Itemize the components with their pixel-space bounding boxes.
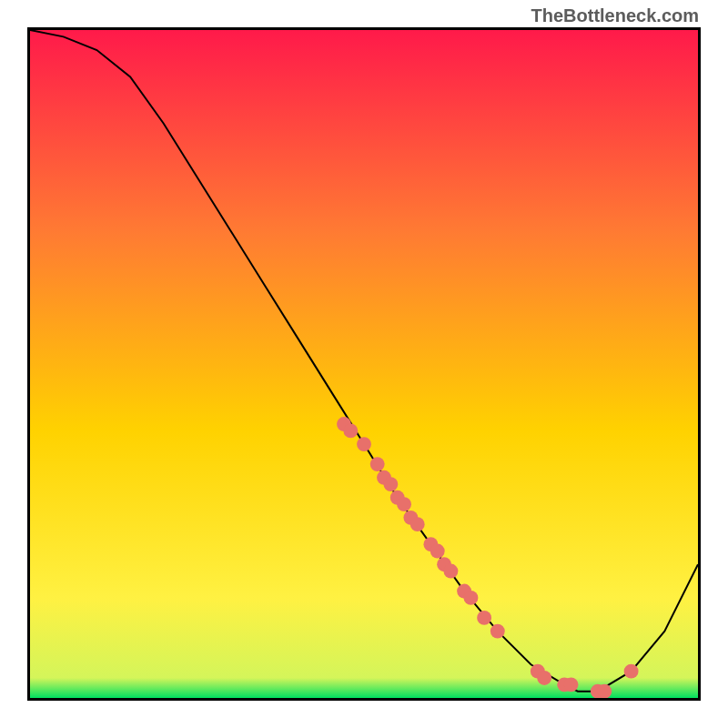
data-marker (430, 544, 445, 559)
watermark-text: TheBottleneck.com (531, 5, 699, 26)
data-marker (477, 611, 491, 625)
data-marker (624, 664, 639, 679)
data-marker (370, 457, 385, 471)
curve-layer (30, 30, 698, 698)
data-marker (443, 564, 458, 579)
data-marker (564, 677, 579, 692)
data-marker (537, 671, 551, 685)
bottleneck-curve (30, 30, 698, 692)
marker-group (337, 417, 638, 698)
data-marker (410, 517, 425, 531)
chart-container: TheBottleneck.com (0, 0, 728, 728)
data-marker (357, 437, 371, 451)
plot-area (27, 27, 701, 701)
data-marker (490, 624, 505, 639)
data-marker (383, 477, 398, 491)
data-marker (464, 591, 479, 605)
data-marker (397, 497, 411, 511)
data-marker (597, 684, 612, 698)
data-marker (343, 423, 358, 438)
